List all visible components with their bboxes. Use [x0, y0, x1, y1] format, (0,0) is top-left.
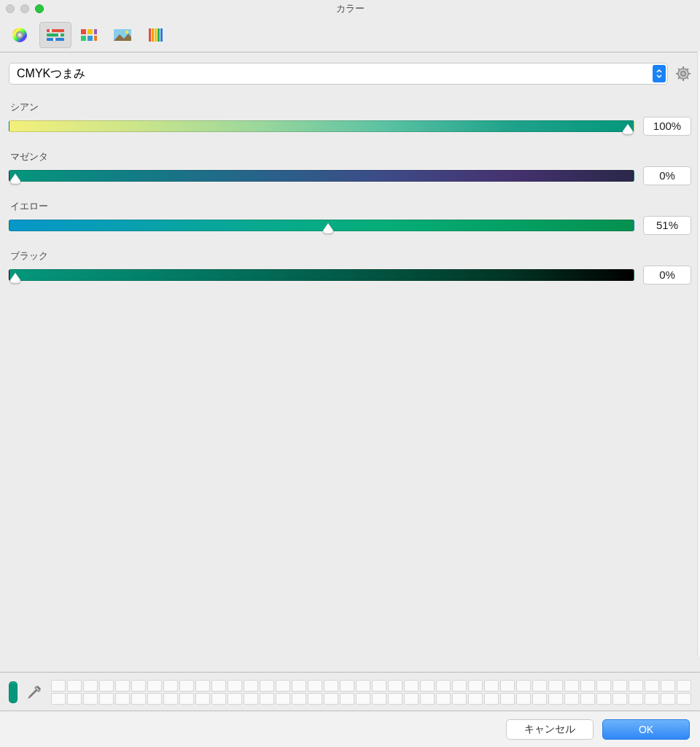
cyan-slider[interactable]	[9, 120, 634, 132]
swatch-cell[interactable]	[211, 680, 226, 692]
swatch-cell[interactable]	[484, 693, 499, 705]
magenta-value-field[interactable]: 0%	[643, 166, 691, 185]
swatch-cell[interactable]	[276, 693, 290, 705]
swatch-cell[interactable]	[500, 680, 515, 692]
swatch-cell[interactable]	[548, 693, 563, 705]
swatch-cell[interactable]	[308, 680, 322, 692]
magenta-slider[interactable]	[9, 170, 634, 182]
swatch-cell[interactable]	[356, 693, 370, 705]
swatch-cell[interactable]	[83, 680, 98, 692]
swatch-cell[interactable]	[324, 693, 338, 705]
swatch-cell[interactable]	[115, 693, 130, 705]
swatch-cell[interactable]	[452, 680, 467, 692]
swatch-cell[interactable]	[260, 680, 274, 692]
slider-options-button[interactable]	[675, 66, 691, 82]
swatch-cell[interactable]	[436, 680, 451, 692]
yellow-slider-thumb[interactable]	[322, 222, 335, 235]
swatch-cell[interactable]	[612, 693, 627, 705]
swatch-cell[interactable]	[99, 680, 114, 692]
swatch-cell[interactable]	[228, 693, 242, 705]
swatch-cell[interactable]	[260, 693, 274, 705]
tab-pencils[interactable]	[140, 22, 172, 48]
swatch-cell[interactable]	[67, 680, 82, 692]
swatch-cell[interactable]	[51, 693, 66, 705]
swatch-cell[interactable]	[564, 680, 579, 692]
swatch-cell[interactable]	[308, 693, 322, 705]
swatch-cell[interactable]	[179, 680, 194, 692]
swatch-cell[interactable]	[612, 680, 627, 692]
swatch-cell[interactable]	[629, 680, 643, 692]
swatch-cell[interactable]	[677, 680, 691, 692]
tab-color-wheel[interactable]	[6, 22, 38, 48]
slider-mode-select[interactable]: CMYKつまみ	[9, 63, 668, 85]
swatch-cell[interactable]	[131, 693, 146, 705]
swatch-cell[interactable]	[292, 680, 306, 692]
cyan-value-field[interactable]: 100%	[643, 117, 691, 136]
swatch-cell[interactable]	[340, 680, 354, 692]
swatch-cell[interactable]	[292, 693, 306, 705]
swatch-cell[interactable]	[420, 693, 435, 705]
swatch-cell[interactable]	[51, 680, 66, 692]
swatch-cell[interactable]	[677, 693, 691, 705]
black-slider-thumb[interactable]	[9, 271, 22, 285]
swatch-cell[interactable]	[195, 680, 210, 692]
black-slider[interactable]	[9, 269, 634, 281]
window-close-button[interactable]	[6, 4, 15, 13]
swatch-cell[interactable]	[516, 680, 531, 692]
swatch-cell[interactable]	[629, 693, 643, 705]
tab-image[interactable]	[106, 22, 139, 48]
swatch-cell[interactable]	[356, 680, 370, 692]
swatch-cell[interactable]	[163, 693, 178, 705]
ok-button[interactable]: OK	[602, 719, 690, 740]
swatch-cell[interactable]	[147, 680, 162, 692]
swatch-cell[interactable]	[147, 693, 162, 705]
swatch-cell[interactable]	[340, 693, 354, 705]
swatch-cell[interactable]	[324, 680, 338, 692]
swatch-cell[interactable]	[163, 680, 178, 692]
window-minimize-button[interactable]	[20, 4, 29, 13]
swatch-cell[interactable]	[564, 693, 579, 705]
swatch-cell[interactable]	[195, 693, 210, 705]
swatch-cell[interactable]	[115, 680, 130, 692]
yellow-value-field[interactable]: 51%	[643, 216, 691, 235]
swatch-cell[interactable]	[99, 693, 114, 705]
swatch-cell[interactable]	[580, 693, 595, 705]
current-color-swatch[interactable]	[9, 681, 18, 703]
swatch-cell[interactable]	[468, 693, 483, 705]
swatch-cell[interactable]	[661, 680, 675, 692]
swatch-cell[interactable]	[596, 680, 611, 692]
swatch-cell[interactable]	[436, 693, 451, 705]
swatch-cell[interactable]	[452, 693, 467, 705]
swatch-cell[interactable]	[372, 693, 386, 705]
swatch-cell[interactable]	[404, 693, 419, 705]
swatch-cell[interactable]	[596, 693, 611, 705]
swatch-cell[interactable]	[484, 680, 499, 692]
swatch-cell[interactable]	[420, 680, 435, 692]
swatch-cell[interactable]	[516, 693, 531, 705]
swatch-cell[interactable]	[548, 680, 563, 692]
swatch-cell[interactable]	[244, 680, 258, 692]
swatch-cell[interactable]	[468, 680, 483, 692]
swatch-cell[interactable]	[67, 693, 82, 705]
swatch-cell[interactable]	[83, 693, 98, 705]
swatch-cell[interactable]	[580, 680, 595, 692]
window-zoom-button[interactable]	[35, 4, 44, 13]
swatch-cell[interactable]	[388, 693, 402, 705]
cyan-slider-thumb[interactable]	[621, 123, 634, 136]
swatch-cell[interactable]	[276, 680, 290, 692]
swatch-cell[interactable]	[179, 693, 194, 705]
magenta-slider-thumb[interactable]	[9, 172, 22, 185]
swatch-cell[interactable]	[500, 693, 515, 705]
tab-palette[interactable]	[73, 22, 105, 48]
eyedropper-button[interactable]	[26, 684, 42, 700]
black-value-field[interactable]: 0%	[643, 266, 691, 285]
swatch-cell[interactable]	[645, 693, 659, 705]
swatch-cell[interactable]	[404, 680, 419, 692]
swatch-cell[interactable]	[532, 693, 547, 705]
swatch-cell[interactable]	[131, 680, 146, 692]
swatch-cell[interactable]	[211, 693, 226, 705]
swatch-cell[interactable]	[388, 680, 402, 692]
swatch-cell[interactable]	[372, 680, 386, 692]
swatch-cell[interactable]	[532, 680, 547, 692]
swatch-cell[interactable]	[645, 680, 659, 692]
